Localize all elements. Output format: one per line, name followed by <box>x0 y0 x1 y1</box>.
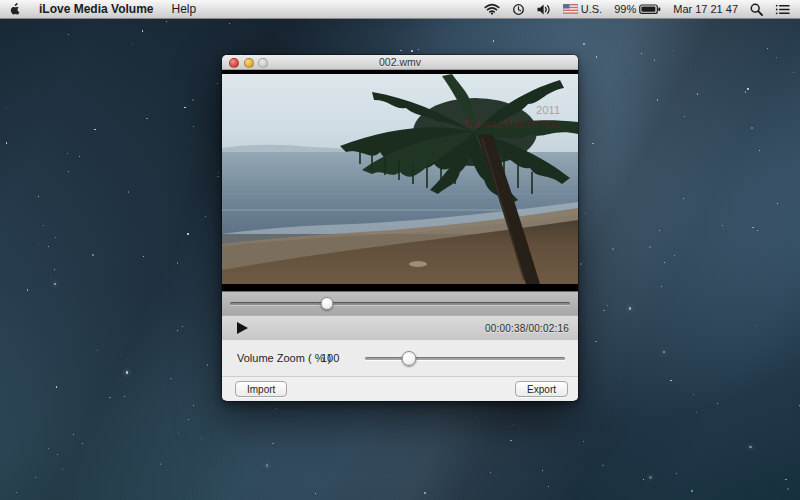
star <box>6 108 7 109</box>
star <box>6 142 8 144</box>
star <box>38 244 39 245</box>
star <box>121 354 122 355</box>
star <box>664 262 665 263</box>
star <box>193 126 194 127</box>
clock-time: 21 47 <box>710 3 738 15</box>
time-machine-icon <box>512 3 525 16</box>
star <box>542 470 543 471</box>
star <box>57 454 58 455</box>
time-machine-menu[interactable] <box>506 0 531 18</box>
star <box>602 465 604 467</box>
star <box>777 203 779 205</box>
battery-percent: 99% <box>614 3 636 15</box>
star <box>109 397 111 399</box>
star <box>672 50 674 52</box>
star <box>649 246 651 248</box>
star <box>48 246 49 247</box>
beach-video-still: 2011 Thailand Mission Tour <box>222 74 578 284</box>
seek-slider[interactable] <box>230 302 570 305</box>
minimize-button[interactable] <box>244 58 254 68</box>
star <box>490 472 492 474</box>
star <box>683 198 684 199</box>
star <box>411 50 413 52</box>
clock-date: Mar 17 <box>673 3 707 15</box>
star <box>607 305 608 306</box>
star <box>142 30 144 32</box>
star <box>315 493 316 494</box>
volume-menu[interactable] <box>531 0 557 18</box>
star <box>146 118 148 120</box>
spotlight-menu[interactable] <box>744 0 769 18</box>
star <box>476 416 478 418</box>
menu-app-name[interactable]: iLove Media Volume <box>30 0 162 18</box>
star <box>56 386 58 388</box>
close-button[interactable] <box>229 58 239 68</box>
star <box>493 40 495 42</box>
star <box>92 254 94 256</box>
star <box>272 443 274 445</box>
star <box>48 448 49 449</box>
clock-menu[interactable]: Mar 17 21 47 <box>667 0 744 18</box>
star <box>217 176 219 178</box>
battery-menu[interactable]: 99% <box>608 0 667 18</box>
star <box>659 230 660 231</box>
star <box>747 88 749 90</box>
volume-zoom-slider-thumb[interactable] <box>402 351 417 366</box>
star <box>97 350 98 351</box>
apple-menu[interactable] <box>0 0 30 18</box>
star <box>787 488 789 490</box>
star <box>696 412 697 413</box>
star <box>193 405 195 407</box>
star <box>132 43 133 44</box>
star <box>177 330 179 332</box>
star <box>55 237 56 238</box>
star <box>612 248 614 250</box>
star <box>205 216 206 217</box>
notification-list-icon <box>775 4 790 15</box>
time-display: 00:00:38/00:02:16 <box>485 323 569 334</box>
video-watermark-title: Thailand Mission Tour <box>463 119 561 130</box>
star <box>276 408 277 409</box>
star <box>649 476 652 479</box>
export-button[interactable]: Export <box>515 381 568 397</box>
video-watermark-year: 2011 <box>536 104 560 116</box>
wifi-icon <box>484 3 500 15</box>
star <box>548 486 549 487</box>
play-button[interactable] <box>237 322 249 335</box>
star <box>188 419 189 420</box>
volume-zoom-slider[interactable] <box>365 357 565 360</box>
video-frame: 2011 Thailand Mission Tour <box>222 74 578 284</box>
input-source-menu[interactable]: U.S. <box>557 0 608 18</box>
star <box>38 196 39 197</box>
star <box>751 127 753 129</box>
star <box>182 326 184 328</box>
wifi-menu[interactable] <box>478 0 506 18</box>
menu-help[interactable]: Help <box>162 0 205 18</box>
star <box>697 93 699 95</box>
window-title: 002.wmv <box>379 56 421 68</box>
zoom-button-disabled <box>258 58 268 68</box>
import-button[interactable]: Import <box>235 381 287 397</box>
star <box>229 23 230 24</box>
star <box>776 57 777 58</box>
notification-center-menu[interactable] <box>769 0 800 18</box>
star <box>595 341 597 343</box>
star <box>218 172 220 174</box>
star <box>177 262 179 264</box>
video-player-area: 2011 Thailand Mission Tour <box>222 70 578 291</box>
star <box>94 129 96 131</box>
star <box>143 256 144 257</box>
star <box>82 443 83 444</box>
star <box>759 150 761 152</box>
window-titlebar[interactable]: 002.wmv <box>222 55 578 70</box>
star <box>73 434 74 435</box>
star <box>160 463 162 465</box>
star <box>585 213 586 214</box>
star <box>124 396 126 398</box>
star <box>670 380 672 382</box>
volume-zoom-row: Volume Zoom ( % ) 100 <box>222 340 578 377</box>
volume-zoom-value: 100 <box>321 352 339 364</box>
star <box>510 440 512 442</box>
star <box>592 143 594 145</box>
seek-slider-thumb[interactable] <box>320 297 333 310</box>
